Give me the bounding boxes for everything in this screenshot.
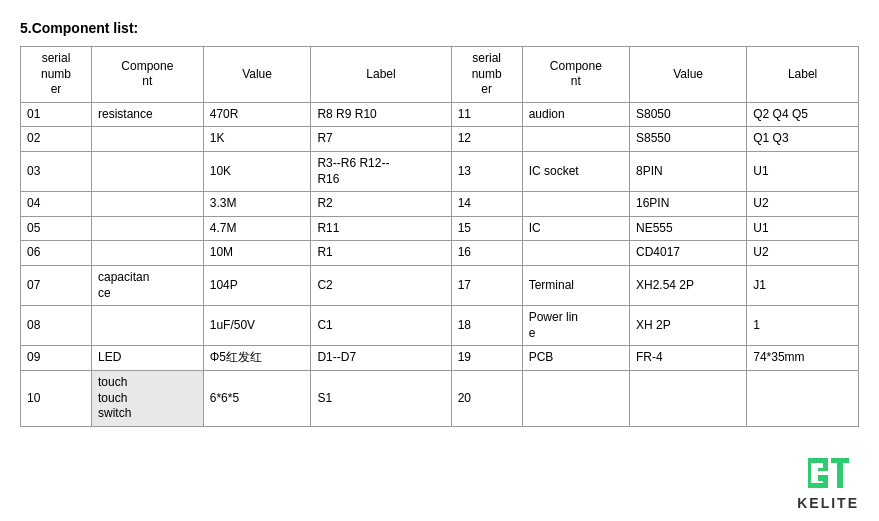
table-cell-label-r: U2: [747, 192, 859, 217]
table-cell-value-l: 1K: [203, 127, 311, 152]
table-cell-value-r: FR-4: [629, 346, 746, 371]
table-cell-label-r: U2: [747, 241, 859, 266]
table-cell-serial-l: 10: [21, 370, 92, 426]
table-cell-label-r: [747, 370, 859, 426]
col-header-label-l: Label: [311, 47, 451, 103]
col-header-serial-l: serialnumber: [21, 47, 92, 103]
table-cell-component-r: [522, 127, 629, 152]
table-cell-label-r: J1: [747, 265, 859, 305]
table-cell-serial-r: 20: [451, 370, 522, 426]
table-cell-value-r: XH2.54 2P: [629, 265, 746, 305]
table-cell-label-r: 1: [747, 306, 859, 346]
table-cell-serial-r: 12: [451, 127, 522, 152]
table-cell-value-r: 8PIN: [629, 151, 746, 191]
table-cell-label-l: D1--D7: [311, 346, 451, 371]
table-cell-label-r: Q2 Q4 Q5: [747, 102, 859, 127]
table-cell-label-l: R7: [311, 127, 451, 152]
table-cell-value-r: S8050: [629, 102, 746, 127]
logo-text: KELITE: [797, 495, 859, 511]
table-cell-component-l: capacitance: [92, 265, 204, 305]
table-cell-label-l: C1: [311, 306, 451, 346]
table-cell-value-r: S8550: [629, 127, 746, 152]
col-header-label-r: Label: [747, 47, 859, 103]
table-cell-label-l: R2: [311, 192, 451, 217]
table-cell-value-l: 10M: [203, 241, 311, 266]
table-cell-component-l: [92, 192, 204, 217]
table-cell-component-r: [522, 192, 629, 217]
table-cell-serial-l: 06: [21, 241, 92, 266]
table-cell-serial-r: 14: [451, 192, 522, 217]
table-cell-label-l: S1: [311, 370, 451, 426]
col-header-value-r: Value: [629, 47, 746, 103]
table-cell-value-l: Φ5红发红: [203, 346, 311, 371]
table-cell-serial-l: 05: [21, 216, 92, 241]
table-cell-component-r: [522, 370, 629, 426]
table-cell-value-l: 4.7M: [203, 216, 311, 241]
table-cell-serial-l: 09: [21, 346, 92, 371]
svg-rect-1: [837, 463, 843, 488]
table-cell-component-r: Power line: [522, 306, 629, 346]
table-cell-value-r: XH 2P: [629, 306, 746, 346]
logo-icon: [803, 453, 853, 493]
table-cell-component-r: audion: [522, 102, 629, 127]
table-cell-component-l: resistance: [92, 102, 204, 127]
table-cell-serial-r: 13: [451, 151, 522, 191]
table-cell-value-l: 104P: [203, 265, 311, 305]
table-cell-component-l: [92, 306, 204, 346]
table-cell-component-l: LED: [92, 346, 204, 371]
table-cell-serial-l: 07: [21, 265, 92, 305]
table-cell-label-l: R11: [311, 216, 451, 241]
table-cell-label-l: R3--R6 R12--R16: [311, 151, 451, 191]
col-header-component-l: Component: [92, 47, 204, 103]
table-cell-label-l: C2: [311, 265, 451, 305]
table-cell-value-r: 16PIN: [629, 192, 746, 217]
table-cell-component-l: touchtouchswitch: [92, 370, 204, 426]
table-cell-serial-r: 19: [451, 346, 522, 371]
table-cell-serial-l: 08: [21, 306, 92, 346]
table-cell-label-r: U1: [747, 151, 859, 191]
table-cell-value-r: NE555: [629, 216, 746, 241]
table-cell-component-r: [522, 241, 629, 266]
table-cell-value-l: 470R: [203, 102, 311, 127]
col-header-component-r: Component: [522, 47, 629, 103]
table-cell-value-r: [629, 370, 746, 426]
table-cell-label-r: 74*35mm: [747, 346, 859, 371]
table-cell-component-r: Terminal: [522, 265, 629, 305]
svg-rect-0: [831, 458, 849, 463]
table-cell-label-l: R1: [311, 241, 451, 266]
table-cell-label-r: U1: [747, 216, 859, 241]
table-cell-value-l: 10K: [203, 151, 311, 191]
col-header-value-l: Value: [203, 47, 311, 103]
table-cell-component-l: [92, 241, 204, 266]
logo-container: KELITE: [797, 453, 859, 511]
table-cell-value-l: 3.3M: [203, 192, 311, 217]
table-cell-serial-l: 02: [21, 127, 92, 152]
table-cell-serial-l: 01: [21, 102, 92, 127]
table-cell-serial-r: 18: [451, 306, 522, 346]
table-cell-serial-r: 16: [451, 241, 522, 266]
col-header-serial-r: serialnumber: [451, 47, 522, 103]
page-title: 5.Component list:: [20, 20, 859, 36]
table-cell-serial-r: 15: [451, 216, 522, 241]
table-cell-value-l: 6*6*5: [203, 370, 311, 426]
component-table: serialnumber Component Value Label seria…: [20, 46, 859, 427]
table-cell-component-r: IC: [522, 216, 629, 241]
table-cell-label-r: Q1 Q3: [747, 127, 859, 152]
table-cell-serial-r: 17: [451, 265, 522, 305]
table-cell-component-r: IC socket: [522, 151, 629, 191]
table-cell-component-r: PCB: [522, 346, 629, 371]
table-cell-label-l: R8 R9 R10: [311, 102, 451, 127]
table-cell-component-l: [92, 127, 204, 152]
table-cell-serial-l: 04: [21, 192, 92, 217]
table-cell-serial-r: 11: [451, 102, 522, 127]
table-cell-component-l: [92, 151, 204, 191]
table-cell-serial-l: 03: [21, 151, 92, 191]
table-cell-value-l: 1uF/50V: [203, 306, 311, 346]
table-cell-value-r: CD4017: [629, 241, 746, 266]
table-cell-component-l: [92, 216, 204, 241]
